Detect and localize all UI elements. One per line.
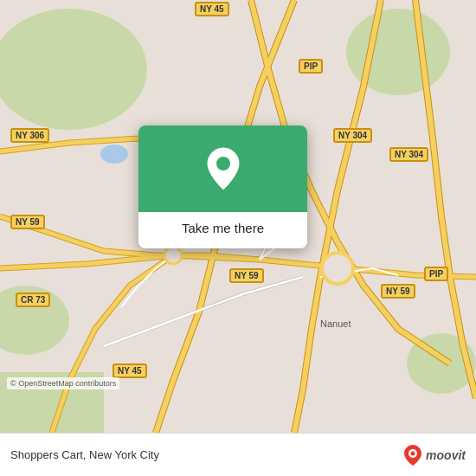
route-label-ny304-mid: NY 304: [333, 128, 372, 143]
route-label-ny59-left: NY 59: [10, 215, 45, 229]
moovit-logo: moovit: [403, 444, 466, 466]
destination-label: Shoppers Cart, New York City: [10, 448, 159, 461]
moovit-label: moovit: [426, 448, 466, 462]
location-pin-icon: [204, 146, 242, 191]
bottom-bar: Shoppers Cart, New York City moovit: [0, 433, 476, 476]
svg-point-9: [216, 157, 230, 170]
moovit-pin-icon: [403, 444, 422, 466]
svg-point-11: [411, 451, 415, 455]
svg-point-8: [164, 247, 182, 264]
route-label-cr73: CR 73: [16, 293, 50, 307]
route-label-ny306: NY 306: [10, 128, 49, 143]
popup-body: Take me there: [138, 212, 307, 248]
svg-point-6: [100, 145, 128, 164]
route-label-ny304-right: NY 304: [389, 147, 428, 162]
route-label-ny59-mid: NY 59: [229, 268, 264, 283]
svg-point-7: [322, 253, 353, 284]
map-attribution: © OpenStreetMap contributors: [7, 377, 119, 389]
route-label-ny45-bottom: NY 45: [113, 363, 147, 378]
map-view: NY 45 NY 306 PIP NY 304 NY 304 NY 59 NY …: [0, 0, 476, 433]
route-label-ny45-top: NY 45: [195, 2, 229, 16]
take-me-there-button[interactable]: Take me there: [182, 221, 264, 235]
location-popup: Take me there: [138, 125, 307, 248]
route-label-ny59-right: NY 59: [381, 284, 415, 299]
popup-header: [138, 125, 307, 212]
route-label-pip-bottom: PIP: [424, 267, 448, 281]
nanuet-place-label: Nanuet: [320, 318, 351, 329]
route-label-pip-top: PIP: [299, 59, 323, 74]
